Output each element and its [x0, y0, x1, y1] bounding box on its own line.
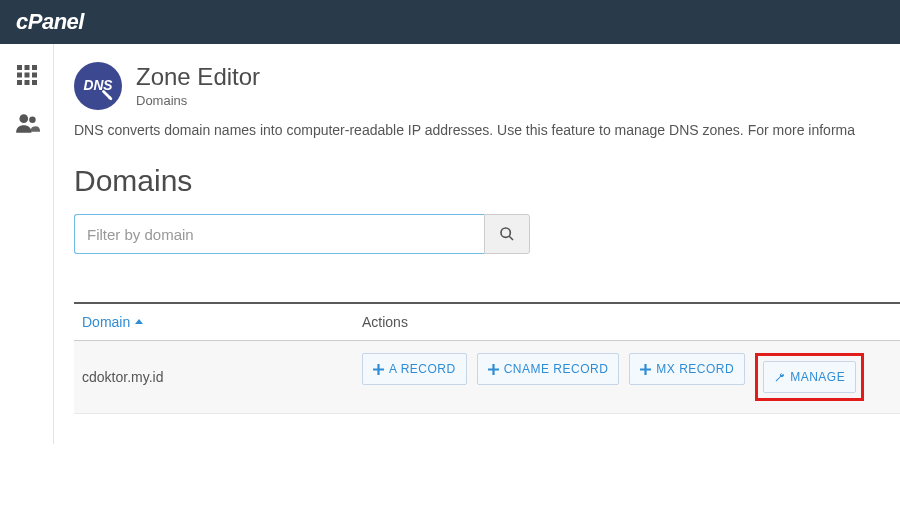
svg-rect-4: [24, 73, 29, 78]
apps-grid-icon[interactable]: [14, 62, 40, 88]
svg-rect-1: [24, 65, 29, 70]
filter-input[interactable]: [74, 214, 484, 254]
dns-icon: DNS: [74, 62, 122, 110]
section-heading: Domains: [74, 164, 900, 198]
page-title: Zone Editor: [136, 64, 260, 90]
svg-point-12: [501, 228, 510, 237]
wrench-icon: [774, 372, 785, 383]
svg-rect-6: [17, 80, 22, 85]
sidebar: [0, 44, 54, 444]
domain-cell: cdoktor.my.id: [74, 341, 354, 414]
users-icon[interactable]: [14, 110, 40, 136]
mx-record-button[interactable]: MX RECORD: [629, 353, 745, 385]
highlight-annotation: MANAGE: [755, 353, 864, 401]
manage-button[interactable]: MANAGE: [763, 361, 856, 393]
search-button[interactable]: [484, 214, 530, 254]
top-bar: cPanel: [0, 0, 900, 44]
brand-logo: cPanel: [16, 9, 84, 35]
a-record-button[interactable]: A RECORD: [362, 353, 467, 385]
actions-column-header: Actions: [354, 303, 900, 341]
svg-rect-0: [17, 65, 22, 70]
plus-icon: [373, 364, 384, 375]
svg-rect-3: [17, 73, 22, 78]
page-description: DNS converts domain names into computer-…: [74, 122, 900, 138]
plus-icon: [488, 364, 499, 375]
svg-text:DNS: DNS: [83, 78, 113, 93]
svg-rect-2: [32, 65, 37, 70]
table-row: cdoktor.my.id A RECORD CNAME RECORD: [74, 341, 900, 414]
chevron-up-icon: [134, 317, 144, 327]
main-content: DNS Zone Editor Domains DNS converts dom…: [54, 44, 900, 444]
domain-column-header[interactable]: Domain: [82, 314, 144, 330]
cname-record-button[interactable]: CNAME RECORD: [477, 353, 620, 385]
svg-rect-5: [32, 73, 37, 78]
svg-rect-8: [32, 80, 37, 85]
plus-icon: [640, 364, 651, 375]
svg-rect-7: [24, 80, 29, 85]
svg-point-9: [19, 114, 28, 123]
svg-point-10: [29, 117, 35, 124]
domains-table: Domain Actions cdoktor.my.id A RECORD: [74, 302, 900, 414]
search-icon: [499, 226, 515, 242]
page-subtitle: Domains: [136, 93, 260, 108]
